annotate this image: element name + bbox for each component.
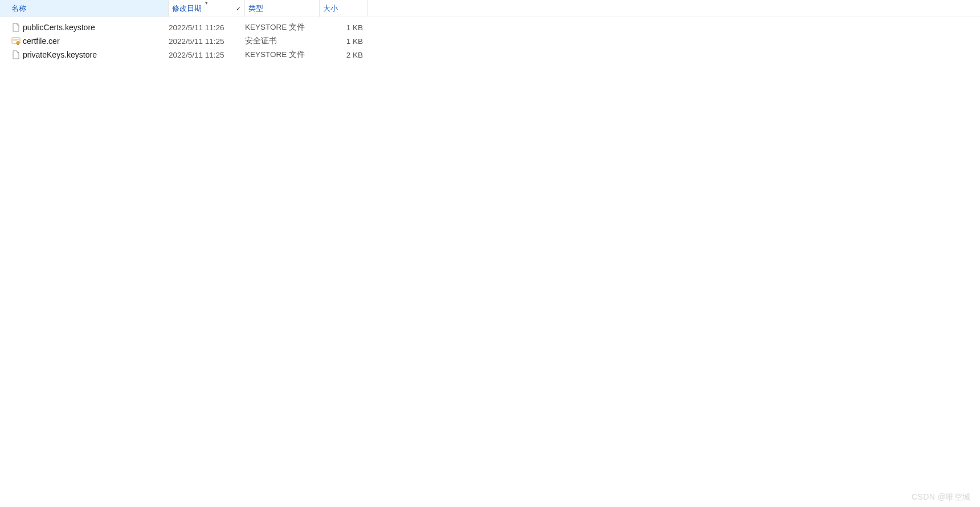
- file-row[interactable]: certfile.cer 2022/5/11 11:25 安全证书 1 KB: [0, 34, 980, 48]
- svg-rect-1: [13, 39, 19, 40]
- column-header-date-label: 修改日期: [172, 3, 202, 14]
- column-header-row: 名称 修改日期 ▾ ✓ 类型 大小: [0, 0, 980, 17]
- file-date: 2022/5/11 11:25: [169, 37, 245, 46]
- file-type: 安全证书: [245, 36, 320, 46]
- blank-file-icon: [11, 23, 23, 32]
- column-header-name-label: 名称: [11, 3, 26, 14]
- column-header-size[interactable]: 大小: [320, 0, 368, 17]
- column-header-size-label: 大小: [323, 3, 338, 14]
- column-header-date[interactable]: 修改日期 ▾ ✓: [169, 0, 245, 17]
- column-header-type[interactable]: 类型: [245, 0, 320, 17]
- certificate-icon: [11, 36, 23, 46]
- file-size: 1 KB: [320, 23, 368, 32]
- file-type: KEYSTORE 文件: [245, 50, 320, 60]
- watermark-text: CSDN @唯空城: [912, 492, 971, 502]
- file-row[interactable]: privateKeys.keystore 2022/5/11 11:25 KEY…: [0, 48, 980, 62]
- sort-descending-icon: ▾: [205, 0, 208, 6]
- file-size: 1 KB: [320, 37, 368, 46]
- file-date: 2022/5/11 11:26: [169, 23, 245, 32]
- blank-file-icon: [11, 50, 23, 59]
- file-date: 2022/5/11 11:25: [169, 51, 245, 59]
- file-name: publicCerts.keystore: [23, 23, 169, 32]
- file-size: 2 KB: [320, 51, 368, 59]
- file-name: certfile.cer: [23, 36, 169, 46]
- check-icon: ✓: [236, 5, 241, 12]
- file-name: privateKeys.keystore: [23, 50, 169, 59]
- column-header-type-label: 类型: [248, 3, 263, 14]
- column-header-name[interactable]: 名称: [0, 0, 169, 17]
- file-row[interactable]: publicCerts.keystore 2022/5/11 11:26 KEY…: [0, 21, 980, 34]
- file-type: KEYSTORE 文件: [245, 22, 320, 33]
- svg-rect-2: [13, 40, 17, 41]
- file-list: publicCerts.keystore 2022/5/11 11:26 KEY…: [0, 17, 980, 62]
